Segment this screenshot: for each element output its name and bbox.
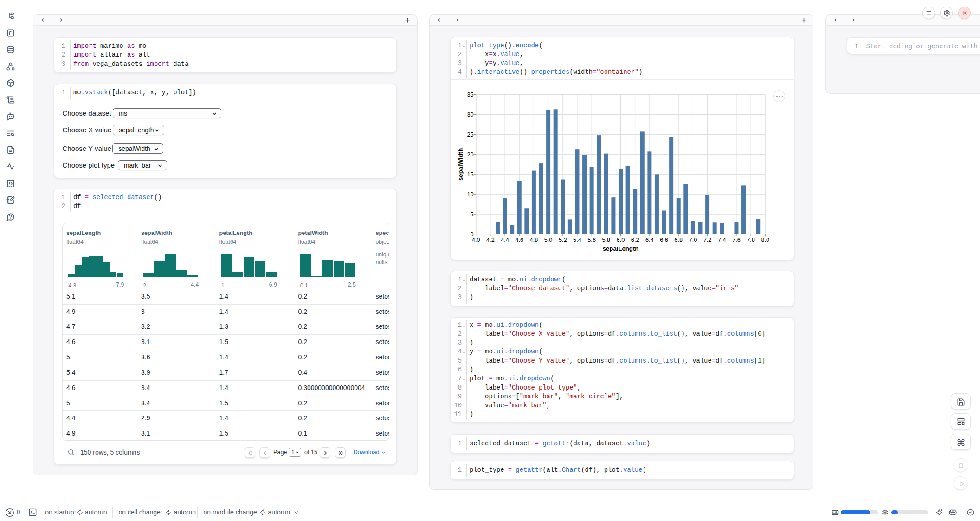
svg-text:sepalLength: sepalLength [603,245,639,252]
svg-text:6.8: 6.8 [674,236,683,243]
svg-text:20: 20 [467,151,473,158]
svg-text:7.8: 7.8 [747,236,755,243]
svg-text:30: 30 [467,111,473,118]
svg-text:4.4: 4.4 [501,236,509,243]
svg-text:5.0: 5.0 [544,236,553,243]
svg-text:4.6: 4.6 [515,236,523,243]
svg-text:5.6: 5.6 [587,236,596,243]
svg-text:7.0: 7.0 [689,236,697,243]
svg-text:8.0: 8.0 [761,236,769,243]
svg-text:5.2: 5.2 [559,236,567,243]
svg-text:7.4: 7.4 [718,236,726,243]
svg-text:4.8: 4.8 [530,236,538,243]
svg-text:5.4: 5.4 [573,236,581,243]
svg-text:7.6: 7.6 [732,236,741,243]
svg-text:35: 35 [467,91,473,98]
svg-text:6.6: 6.6 [660,236,668,243]
svg-text:5: 5 [471,211,474,218]
svg-text:5.8: 5.8 [602,236,610,243]
svg-text:10: 10 [467,191,473,198]
svg-text:6.2: 6.2 [631,236,639,243]
svg-text:25: 25 [467,131,473,138]
svg-text:4.2: 4.2 [486,236,495,243]
svg-text:15: 15 [467,171,473,178]
svg-text:7.2: 7.2 [703,236,712,243]
svg-text:6.4: 6.4 [645,236,654,243]
svg-text:6.0: 6.0 [617,236,625,243]
svg-text:sepalWidth: sepalWidth [457,148,464,181]
svg-text:4.0: 4.0 [472,236,480,243]
